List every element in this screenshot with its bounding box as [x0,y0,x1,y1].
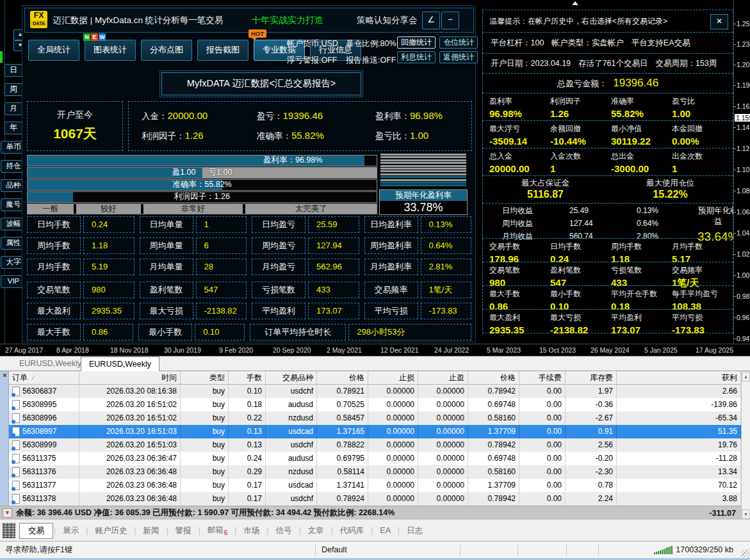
stripe [380,182,466,184]
sidebar-item-周[interactable]: 周 [4,83,22,96]
bottom-tab-邮箱[interactable]: 邮箱6 [201,523,234,538]
scrollbar-down-button[interactable]: ▼ [742,509,750,519]
resize-grip[interactable] [741,550,750,559]
toolbox-left-scrollbar[interactable] [0,371,9,506]
chart-tab-1[interactable]: EURUSD,Weekly [12,357,89,371]
table-row[interactable]: 563068372026.03.20 08:16:38buy0.10usdchf… [9,385,741,398]
sidebar-item-年[interactable]: 年 [4,122,22,134]
table-row[interactable]: 563113772026.03.23 06:36:48buy0.17usdcad… [9,479,741,492]
stat-label: 最大亏损 [140,303,193,319]
column-header-10[interactable]: 手续费 [519,371,566,385]
panel-grid: 总入金20000.00入金次数1总出金-3000.00出金次数1 [483,148,733,174]
table-row[interactable]: 563113782026.03.23 06:36:48buy0.17usdchf… [9,492,741,506]
angle-tool-button[interactable]: ∠ [422,12,440,29]
bottom-tab-市场[interactable]: 市场 [237,524,266,538]
sidebar-item-日[interactable]: 日 [4,64,22,77]
order-number: 56308996 [22,412,56,425]
cell-止盈: 0.00000 [418,438,468,452]
bottom-tab-警报[interactable]: 警报 [169,524,198,538]
cell-止损: 0.00000 [368,452,418,465]
panel-grid: 盈利率96.98%利润因子1.26准确率55.82%盈亏比1.00 [483,93,733,119]
cell-时间: 2026.03.23 06:36:48 [79,479,181,492]
table-row[interactable]: 563089962026.03.20 16:51:02buy0.22nzdusd… [9,412,741,425]
bottom-tab-信号[interactable]: 信号 [269,524,298,538]
toolbar-button-1[interactable]: 全局统计 [28,40,79,61]
tip-close-button[interactable]: ✕ [710,14,728,29]
column-header-8[interactable]: 止盈 [418,371,468,385]
histogram-stripes [380,154,466,188]
stripe [380,162,466,164]
panel-metric-label: 日均手数 [550,241,611,252]
metric-bar-3: 准确率：55.82% [27,179,377,191]
statusbar-divider [460,544,461,556]
column-header-1[interactable]: 订单∕ [9,371,79,385]
balance-summary-text: 余额: 36 396.46 USD 净值: 36 085.39 已用预付款: 1… [16,508,395,518]
stat-button-2[interactable]: 仓位统计 [439,36,478,49]
bottom-tab-代码库[interactable]: 代码库 [334,524,371,538]
cell-交易品种: usdchf [266,492,317,506]
column-header-2[interactable]: 时间 [79,371,181,385]
scale-segment: 较好 [76,204,141,214]
scrollbar-up-button[interactable]: ▲ [742,372,750,381]
stat-button-1[interactable]: 回撤统计 [397,36,436,49]
bottom-tab-日志[interactable]: 日志 [400,524,429,538]
sidebar-item-月[interactable]: 月 [4,102,22,115]
cell-时间: 2026.03.20 16:51:03 [79,438,181,452]
table-row[interactable]: 563089952026.03.20 16:51:02buy0.18audusd… [9,398,741,412]
bottom-tab-展示[interactable]: 展示 [56,524,85,538]
table-row[interactable]: 563089992026.03.20 16:51:03buy0.13usdchf… [9,438,741,452]
panel-metric: 最小净值30119.22 [611,124,672,147]
order-ticket-icon [12,440,20,450]
bottom-tab-新闻[interactable]: 新闻 [136,524,165,538]
column-header-5[interactable]: 交易品种 [266,371,317,385]
date-axis: 27 Aug 20178 Apr 201818 Nov 201830 Jun 2… [0,344,750,356]
bottom-tab-文章[interactable]: 文章 [302,524,330,538]
toolbox-close-button[interactable]: × [1,372,8,380]
cell-手数: 0.13 [229,438,266,452]
chart-tab-2[interactable]: EURUSD,Weekly [81,356,159,372]
column-header-6[interactable]: 价格 [317,371,368,385]
column-header-3[interactable]: 类型 [181,371,229,385]
cell-手续费: 0.00 [519,465,566,479]
bottom-tab-EA[interactable]: EA [373,524,397,537]
summary-value: 96.98% [410,110,443,121]
scale-segment: 一般 [28,204,74,214]
stat-button-4[interactable]: 返佣统计 [439,51,478,63]
column-header-4[interactable]: 手数 [229,371,266,385]
toolbar-button-3[interactable]: 分布点图 [141,40,192,61]
summary-item: 准确率：55.82% [257,130,375,142]
bottom-tab-账户历史[interactable]: 账户历史 [88,524,133,538]
profile-name[interactable]: Default [322,541,347,558]
stripe [380,170,466,172]
stat-button-3[interactable]: 利息统计 [397,51,436,63]
order-ticket-icon [12,494,20,504]
income-value: 25.49 [569,205,637,218]
toolbar-button-4[interactable]: 报告截图 [197,40,249,61]
column-header-12[interactable]: 获利 [617,371,741,385]
cell-止损: 0.00000 [368,398,418,412]
table-row[interactable]: 563089972026.03.20 16:51:03buy0.13usdcad… [9,425,741,438]
price-tick: 1.16970 [737,102,750,110]
stat-value: 28 [196,259,247,275]
bottom-tab-交易[interactable]: 交易 [19,523,53,539]
panel-metric-label: 最大手数 [489,289,550,300]
tab-separator: | [166,526,168,535]
table-row[interactable]: 563113752026.03.23 06:36:47buy0.24audusd… [9,452,741,465]
minimize-panel-button[interactable]: − [441,12,459,29]
toolbar-button-2[interactable]: 图表统计 [85,40,136,61]
stripe [380,154,466,156]
new-badge-letter: W [99,33,106,41]
table-row[interactable]: 563113762026.03.23 06:36:48buy0.29nzdusd… [9,465,741,479]
column-header-11[interactable]: 库存费 [566,371,617,385]
mail-count-badge: 6 [224,529,228,536]
stats-row: 最大盈利2935.35最大亏损-2138.82平均盈利173.07平均亏损-17… [27,303,471,319]
stat-value: 0.13% [421,216,472,233]
summary-value: 20000.00 [168,110,208,121]
panel-metric-grids-2: 交易手数178.96日均手数0.24周均手数1.18月均手数5.17交易笔数98… [482,238,733,333]
statusbar-divider [315,544,316,556]
column-header-7[interactable]: 止损 [368,371,418,385]
margin-label: 最大使用仓位 [608,178,733,189]
column-header-9[interactable]: 价格 [468,371,519,385]
stat-buttons-group: 回撤统计仓位统计利息统计返佣统计 [397,36,478,63]
cell-价格: 1.37165 [317,425,368,438]
